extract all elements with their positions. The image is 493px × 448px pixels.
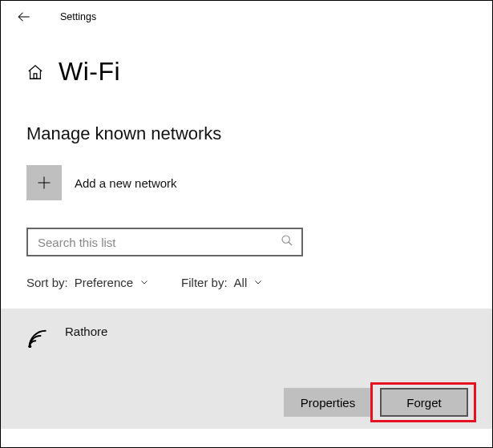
chevron-down-icon [253,276,263,289]
svg-line-5 [289,242,292,245]
svg-point-4 [282,236,289,243]
back-icon[interactable] [17,10,31,24]
network-item[interactable]: Rathore Properties Forget [1,309,492,429]
search-placeholder: Search this list [38,236,116,249]
network-name: Rathore [65,325,107,338]
sort-prefix: Sort by: [26,276,68,289]
svg-rect-1 [34,73,37,78]
page-header: Wi-Fi [1,33,492,87]
filter-bar: Sort by: Preference Filter by: All [26,276,467,289]
add-network-button[interactable]: Add a new network [26,165,467,200]
titlebar: Settings [1,1,492,33]
app-title: Settings [60,11,96,22]
section-title: Manage known networks [26,123,467,144]
chevron-down-icon [139,276,149,289]
search-icon [281,234,293,250]
wifi-icon [26,328,51,355]
filter-value: All [234,276,248,289]
plus-icon [26,165,62,200]
svg-point-6 [29,345,32,348]
search-input[interactable]: Search this list [26,228,303,256]
page-title: Wi-Fi [59,57,120,87]
filter-prefix: Filter by: [181,276,228,289]
sort-dropdown[interactable]: Sort by: Preference [26,276,149,289]
sort-value: Preference [75,276,133,289]
forget-button[interactable]: Forget [380,388,468,417]
add-network-label: Add a new network [75,176,177,190]
properties-button[interactable]: Properties [284,388,372,417]
filter-dropdown[interactable]: Filter by: All [181,276,263,289]
home-icon[interactable] [26,63,44,81]
